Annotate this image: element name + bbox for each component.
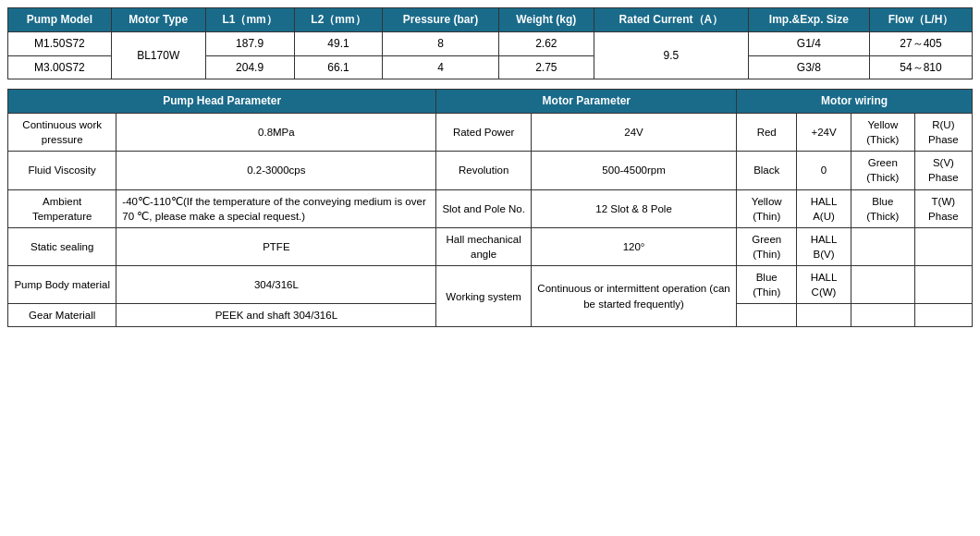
flow-2: 54～810 xyxy=(869,55,972,79)
wire-col2-2: 0 xyxy=(797,152,851,189)
wire-col4-4 xyxy=(914,227,972,265)
wire-col2-4: HALL B(V) xyxy=(797,227,851,265)
col-pressure: Pressure (bar) xyxy=(383,8,498,32)
motor-param-label-5: Working system xyxy=(436,265,532,326)
param-row-1: Continuous work pressure 0.8MPa Rated Po… xyxy=(8,114,973,152)
wire-col1-5: Blue (Thin) xyxy=(737,265,797,303)
motor-param-value-1: 24V xyxy=(531,114,736,152)
col-imp-exp: Imp.&Exp. Size xyxy=(748,8,869,32)
wire-col1-3: Yellow (Thin) xyxy=(737,189,797,227)
param-value-4: PTFE xyxy=(116,227,436,265)
motor-param-label-3: Slot and Pole No. xyxy=(436,189,532,227)
weight-1: 2.62 xyxy=(498,31,594,55)
l1-1: 187.9 xyxy=(205,31,294,55)
col-pump-model: Pump Model xyxy=(8,8,112,32)
col-weight: Weight (kg) xyxy=(498,8,594,32)
param-label-5: Pump Body material xyxy=(8,265,116,303)
motor-param-value-3: 12 Slot & 8 Pole xyxy=(531,189,736,227)
param-value-5: 304/316L xyxy=(116,265,436,303)
param-row-2: Fluid Viscosity 0.2-3000cps Revolution 5… xyxy=(8,152,973,189)
param-label-6: Gear Materiall xyxy=(8,304,116,327)
wire-col3-2: Green (Thick) xyxy=(851,152,914,189)
motor-type-1: BL170W xyxy=(111,31,205,79)
motor-param-value-4: 120° xyxy=(531,227,736,265)
col-flow: Flow（L/H） xyxy=(869,8,972,32)
param-label-2: Fluid Viscosity xyxy=(8,152,116,189)
wire-col4-5 xyxy=(914,265,972,303)
param-table: Pump Head Parameter Motor Parameter Moto… xyxy=(7,89,973,327)
wire-col3-1: Yellow (Thick) xyxy=(851,114,914,152)
wire-col3-4 xyxy=(851,227,914,265)
wire-col2-1: +24V xyxy=(797,114,851,152)
motor-param-label-2: Revolution xyxy=(436,152,532,189)
l2-2: 66.1 xyxy=(294,55,383,79)
weight-2: 2.75 xyxy=(498,55,594,79)
wire-col1-2: Black xyxy=(737,152,797,189)
col-motor-type: Motor Type xyxy=(111,8,205,32)
param-label-4: Static sealing xyxy=(8,227,116,265)
col-rated-current: Rated Current（A） xyxy=(594,8,749,32)
wire-col2-6 xyxy=(797,304,851,327)
current-1: 9.5 xyxy=(594,31,749,79)
param-row-5: Pump Body material 304/316L Working syst… xyxy=(8,265,973,303)
param-value-3: -40℃-110℃(If the temperature of the conv… xyxy=(116,189,436,227)
pump-head-header: Pump Head Parameter xyxy=(8,90,436,114)
table-row: M1.50S72 BL170W 187.9 49.1 8 2.62 9.5 G1… xyxy=(8,31,973,55)
wire-col4-2: S(V) Phase xyxy=(914,152,972,189)
wire-col1-1: Red xyxy=(737,114,797,152)
motor-param-label-4: Hall mechanical angle xyxy=(436,227,532,265)
pressure-1: 8 xyxy=(383,31,498,55)
pump-model-2: M3.00S72 xyxy=(8,55,112,79)
flow-1: 27～405 xyxy=(869,31,972,55)
wire-col4-6 xyxy=(914,304,972,327)
wire-col3-3: Blue (Thick) xyxy=(851,189,914,227)
col-l2: L2（mm） xyxy=(294,8,383,32)
wire-col1-4: Green (Thin) xyxy=(737,227,797,265)
wire-col1-6 xyxy=(737,304,797,327)
motor-param-value-5: Continuous or intermittent operation (ca… xyxy=(531,265,736,326)
l2-1: 49.1 xyxy=(294,31,383,55)
pump-model-1: M1.50S72 xyxy=(8,31,112,55)
param-label-1: Continuous work pressure xyxy=(8,114,116,152)
wire-col4-3: T(W) Phase xyxy=(914,189,972,227)
motor-header: Motor Parameter xyxy=(436,90,737,114)
wire-col2-3: HALL A(U) xyxy=(797,189,851,227)
param-label-3: Ambient Temperature xyxy=(8,189,116,227)
motor-param-label-1: Rated Power xyxy=(436,114,532,152)
wire-col3-6 xyxy=(851,304,914,327)
imp-exp-2: G3/8 xyxy=(748,55,869,79)
param-row-3: Ambient Temperature -40℃-110℃(If the tem… xyxy=(8,189,973,227)
wire-col2-5: HALL C(W) xyxy=(797,265,851,303)
wire-col3-5 xyxy=(851,265,914,303)
param-row-4: Static sealing PTFE Hall mechanical angl… xyxy=(8,227,973,265)
wire-col4-1: R(U) Phase xyxy=(914,114,972,152)
param-value-2: 0.2-3000cps xyxy=(116,152,436,189)
l1-2: 204.9 xyxy=(205,55,294,79)
imp-exp-1: G1/4 xyxy=(748,31,869,55)
wiring-header: Motor wiring xyxy=(737,90,973,114)
param-value-6: PEEK and shaft 304/316L xyxy=(116,304,436,327)
pressure-2: 4 xyxy=(383,55,498,79)
col-l1: L1（mm） xyxy=(205,8,294,32)
param-value-1: 0.8MPa xyxy=(116,114,436,152)
top-specs-table: Pump Model Motor Type L1（mm） L2（mm） Pres… xyxy=(7,7,973,79)
motor-param-value-2: 500-4500rpm xyxy=(531,152,736,189)
